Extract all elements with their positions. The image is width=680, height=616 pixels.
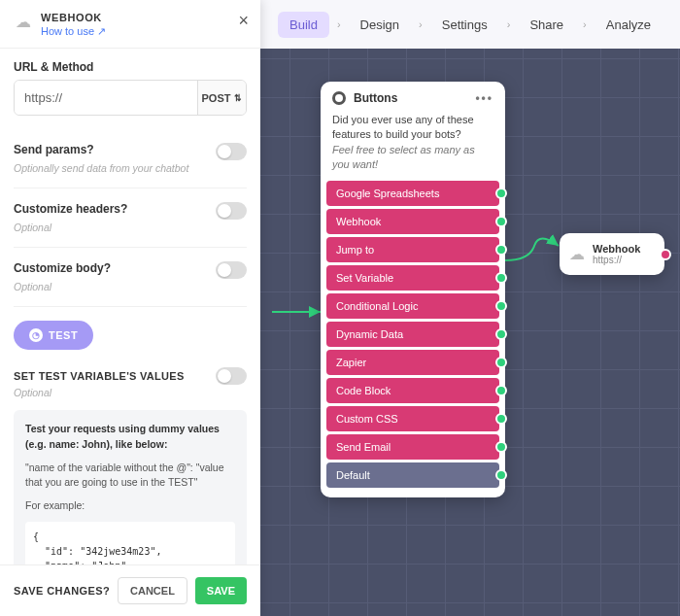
webhook-node-title: Webhook (593, 243, 640, 255)
url-input[interactable] (15, 81, 197, 115)
output-port[interactable] (660, 249, 671, 260)
output-port[interactable] (495, 300, 507, 312)
how-to-use-link[interactable]: How to use ↗ (41, 25, 106, 38)
cancel-button[interactable]: CANCEL (118, 577, 187, 604)
webhook-node[interactable]: ☁ Webhook https:// (560, 233, 664, 275)
option-item[interactable]: Jump to (326, 237, 499, 262)
test-button[interactable]: ◔TEST (14, 321, 93, 350)
code-example: { "id": "342jwe34m23", "name": "John" } (25, 522, 235, 565)
output-port[interactable] (495, 441, 507, 453)
top-nav: Build› Design› Settings› Share› Analyze (260, 0, 680, 49)
save-question: SAVE CHANGES? (14, 585, 110, 597)
url-method-label: URL & Method (14, 60, 247, 74)
clock-icon: ◔ (29, 328, 43, 342)
output-port[interactable] (495, 216, 507, 227)
headers-toggle[interactable] (216, 202, 247, 220)
tab-share[interactable]: Share (518, 12, 575, 38)
webhook-panel: ☁ WEBHOOK How to use ↗ × URL & Method PO… (0, 0, 260, 616)
test-vars-title: SET TEST VARIABLE'S VALUES (14, 370, 185, 382)
send-params-label: Send params? (14, 143, 188, 156)
node-title: Buttons (354, 91, 397, 105)
panel-title: WEBHOOK (41, 12, 106, 23)
close-icon[interactable]: × (238, 12, 249, 29)
cloud-icon: ☁ (569, 245, 585, 263)
send-params-toggle[interactable] (216, 143, 247, 160)
output-port[interactable] (495, 469, 507, 481)
output-port[interactable] (495, 188, 507, 199)
node-prompt: Did you ever use any of these features t… (321, 113, 505, 181)
test-vars-toggle[interactable] (216, 367, 247, 385)
option-item[interactable]: Zapier (326, 350, 499, 375)
webhook-node-url: https:// (593, 255, 640, 265)
buttons-node[interactable]: Buttons ••• Did you ever use any of thes… (321, 82, 505, 497)
cloud-icon: ☁ (14, 12, 33, 31)
body-label: Customize body? (14, 261, 111, 275)
body-toggle[interactable] (216, 261, 247, 279)
output-port[interactable] (495, 272, 507, 284)
option-item[interactable]: Send Email (326, 434, 499, 460)
option-item[interactable]: Code Block (326, 378, 499, 403)
help-box: Test your requests using dummy values (e… (14, 410, 247, 565)
output-port[interactable] (495, 244, 507, 256)
option-item[interactable]: Dynamic Data (326, 322, 499, 347)
option-item[interactable]: Conditional Logic (326, 293, 499, 319)
option-item[interactable]: Set Variable (326, 265, 499, 291)
method-select[interactable]: POST⇅ (197, 81, 246, 115)
option-default[interactable]: Default (326, 462, 499, 488)
option-item[interactable]: Custom CSS (326, 406, 499, 431)
tab-build[interactable]: Build (278, 12, 329, 38)
output-port[interactable] (495, 357, 507, 368)
tab-settings[interactable]: Settings (430, 12, 499, 38)
headers-label: Customize headers? (14, 202, 127, 216)
save-button[interactable]: SAVE (195, 577, 247, 604)
option-item[interactable]: Webhook (326, 209, 499, 234)
chevron-updown-icon: ⇅ (234, 93, 242, 103)
ring-icon (332, 91, 346, 105)
option-item[interactable]: Google Spreadsheets (326, 181, 499, 206)
more-icon[interactable]: ••• (475, 91, 493, 105)
output-port[interactable] (495, 328, 507, 340)
output-port[interactable] (495, 413, 507, 425)
tab-design[interactable]: Design (349, 12, 411, 38)
output-port[interactable] (495, 385, 507, 396)
tab-analyze[interactable]: Analyze (595, 12, 663, 38)
